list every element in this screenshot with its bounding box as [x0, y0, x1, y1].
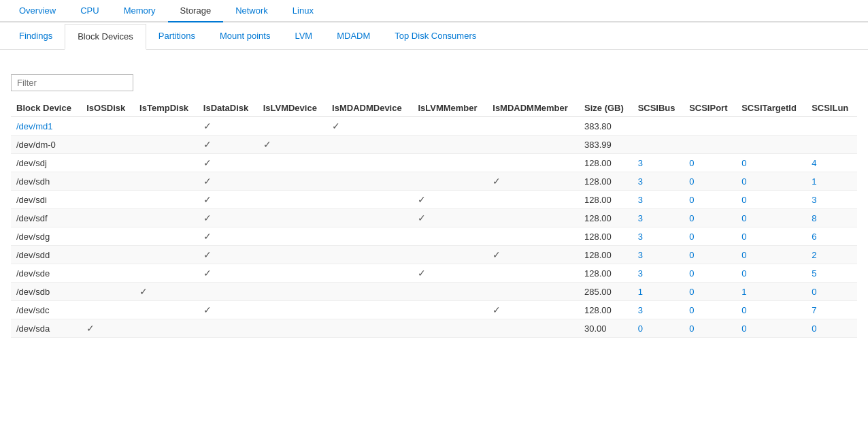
table-row: /dev/sdb✓285.001010	[11, 283, 857, 301]
table-cell	[258, 227, 327, 246]
num-value: 0	[741, 250, 746, 260]
table-cell	[412, 227, 487, 246]
table-cell	[487, 136, 579, 154]
check-icon: ✓	[203, 304, 212, 315]
sub-nav-item-top-disk-consumers[interactable]: Top Disk Consumers	[382, 24, 488, 50]
table-cell	[134, 246, 198, 264]
top-nav-item-network[interactable]: Network	[223, 0, 280, 22]
table-cell	[327, 209, 412, 227]
table-row: /dev/sdd✓✓128.003002	[11, 246, 857, 264]
table-cell	[327, 246, 412, 264]
table-cell: ✓	[81, 319, 134, 338]
table-cell	[412, 319, 487, 338]
table-cell[interactable]: /dev/md1	[11, 117, 81, 136]
table-cell	[134, 264, 198, 283]
table-body: /dev/md1✓✓383.80/dev/dm-0✓✓383.99/dev/sd…	[11, 117, 857, 338]
table-cell: 0	[684, 301, 736, 319]
check-icon: ✓	[493, 249, 501, 260]
col-header-scsilun: SCSILun	[806, 99, 857, 117]
table-cell	[258, 264, 327, 283]
table-row: /dev/md1✓✓383.80	[11, 117, 857, 136]
table-cell: 6	[806, 227, 857, 246]
table-cell	[81, 117, 134, 136]
col-header-ismdadmmember: IsMDADMMember	[487, 99, 579, 117]
table-cell: 285.00	[579, 283, 633, 301]
top-nav-item-storage[interactable]: Storage	[168, 0, 224, 22]
table-cell: 0	[736, 301, 806, 319]
top-nav-item-cpu[interactable]: CPU	[68, 0, 111, 22]
num-value: 0	[812, 287, 816, 297]
top-nav-item-memory[interactable]: Memory	[112, 0, 168, 22]
table-cell	[134, 172, 198, 191]
table-cell: 383.99	[579, 136, 633, 154]
num-value: 3	[638, 176, 643, 187]
table-cell: /dev/sdh	[11, 172, 81, 191]
table-cell: 3	[633, 264, 684, 283]
sub-nav-item-block-devices[interactable]: Block Devices	[65, 24, 146, 50]
table-cell: ✓	[412, 264, 487, 283]
col-header-scsitargetid: SCSITargetId	[736, 99, 806, 117]
check-icon: ✓	[203, 231, 212, 242]
sub-nav-item-partitions[interactable]: Partitions	[146, 24, 207, 50]
table-cell: /dev/sdj	[11, 154, 81, 172]
table-cell	[327, 283, 412, 301]
table-cell: ✓	[198, 246, 258, 264]
table-cell: ✓	[198, 117, 258, 136]
table-cell	[134, 191, 198, 209]
table-row: /dev/sdg✓128.003006	[11, 227, 857, 246]
table-cell: 1	[806, 172, 857, 191]
table-cell: /dev/sdf	[11, 209, 81, 227]
table-cell: ✓	[487, 172, 579, 191]
top-nav-item-overview[interactable]: Overview	[7, 0, 68, 22]
table-cell: 0	[736, 319, 806, 338]
check-icon: ✓	[418, 194, 426, 205]
table-cell	[198, 319, 258, 338]
table-cell	[327, 301, 412, 319]
table-cell	[487, 117, 579, 136]
check-icon: ✓	[263, 139, 271, 150]
num-value: 0	[812, 323, 816, 334]
num-value: 0	[689, 287, 694, 297]
table-cell	[258, 319, 327, 338]
table-cell: ✓	[134, 283, 198, 301]
table-cell	[81, 227, 134, 246]
num-value: 0	[689, 305, 694, 315]
check-icon: ✓	[139, 286, 148, 297]
num-value: 0	[689, 176, 694, 187]
check-icon: ✓	[418, 268, 426, 279]
sub-nav-item-mount-points[interactable]: Mount points	[207, 24, 282, 50]
table-cell: 1	[736, 283, 806, 301]
sub-nav-item-lvm[interactable]: LVM	[282, 24, 324, 50]
top-nav-item-linux[interactable]: Linux	[280, 0, 326, 22]
table-cell	[736, 117, 806, 136]
table-cell	[258, 117, 327, 136]
table-cell	[487, 154, 579, 172]
table-cell: 4	[806, 154, 857, 172]
table-cell	[487, 191, 579, 209]
sub-nav-item-mdadm[interactable]: MDADM	[324, 24, 382, 50]
table-cell: 0	[633, 319, 684, 338]
table-cell	[684, 117, 736, 136]
filter-input[interactable]	[11, 74, 133, 91]
table-cell	[487, 264, 579, 283]
table-cell: 1	[633, 283, 684, 301]
num-value: 3	[812, 195, 816, 205]
num-value: 1	[638, 287, 643, 297]
num-value: 0	[689, 158, 694, 168]
table-cell	[81, 136, 134, 154]
table-cell: ✓	[198, 227, 258, 246]
check-icon: ✓	[203, 212, 212, 223]
table-cell	[487, 227, 579, 246]
num-value: 0	[689, 213, 694, 223]
table-cell: ✓	[327, 117, 412, 136]
col-header-size--gb-: Size (GB)	[579, 99, 633, 117]
table-cell: /dev/sdg	[11, 227, 81, 246]
table-cell: /dev/sdd	[11, 246, 81, 264]
check-icon: ✓	[203, 194, 212, 205]
table-cell: ✓	[198, 191, 258, 209]
sub-nav-item-findings[interactable]: Findings	[7, 24, 65, 50]
table-cell: 5	[806, 264, 857, 283]
table-cell: 3	[633, 209, 684, 227]
table-cell	[134, 136, 198, 154]
num-value: 3	[638, 250, 643, 260]
